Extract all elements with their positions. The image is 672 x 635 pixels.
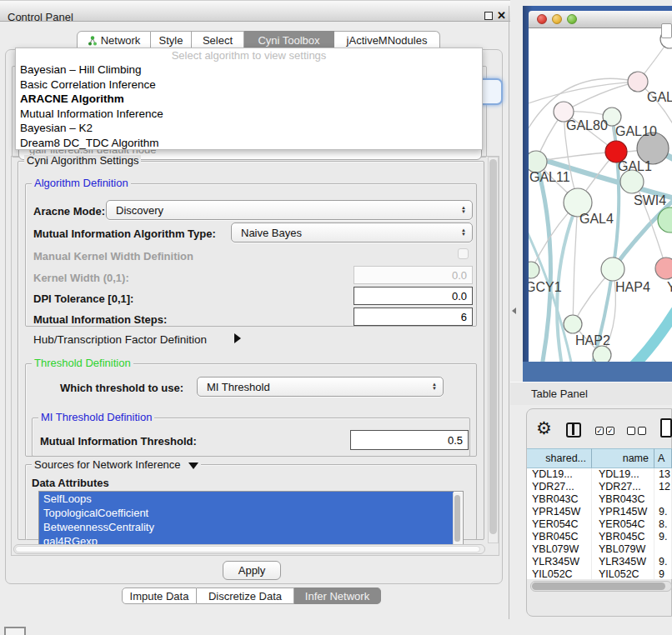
network-node-label: GAL11 (529, 170, 570, 184)
splitter-collapse-icon[interactable] (512, 308, 516, 314)
network-node-y[interactable] (655, 258, 672, 279)
dpi-tolerance-field[interactable]: 0.0 (354, 287, 473, 305)
settings-horizontal-scrollbar-thumb[interactable] (15, 546, 480, 552)
kernel-width-field[interactable]: 0.0 (354, 266, 473, 284)
unchecked-box-icon (638, 427, 646, 435)
column-header-name[interactable]: name (592, 448, 654, 468)
network-scrollbar-fragment[interactable] (661, 23, 672, 38)
page-icon[interactable] (660, 418, 672, 438)
close-traffic-light-icon[interactable] (537, 14, 547, 24)
table-row[interactable]: YBR043CYBR043C (527, 493, 672, 506)
table-horizontal-scrollbar[interactable] (530, 581, 672, 592)
dropdown-item-aracne-algorithm[interactable]: ARACNE Algorithm (16, 92, 482, 107)
kernel-width-label: Kernel Width (0,1): (33, 272, 129, 284)
attributes-list-scrollbar-thumb[interactable] (454, 495, 460, 542)
network-node-label: GAL80 (566, 118, 608, 132)
table-cell: YLR345W (592, 556, 654, 568)
table-row[interactable]: YPR145WYPR145W9. (527, 506, 672, 518)
zoom-traffic-light-icon[interactable] (567, 14, 577, 24)
table-row[interactable]: YER054CYER054C8. (527, 518, 672, 531)
bottom-tab-infer-network[interactable]: Infer Network (294, 588, 381, 604)
apply-button[interactable]: Apply (223, 561, 281, 580)
settings-vertical-scrollbar-thumb[interactable] (489, 159, 497, 534)
float-window-icon[interactable] (484, 12, 493, 20)
table-panel-header: Table Panel (510, 382, 672, 405)
network-node[interactable] (593, 346, 611, 362)
expand-arrow-icon[interactable] (234, 333, 241, 343)
attribute-item-betweennesscentrality[interactable]: BetweennessCentrality (39, 520, 454, 534)
tab-label: jActiveMNodules (347, 34, 428, 47)
table-cell: YDL19... (527, 468, 592, 481)
network-edge[interactable] (634, 312, 672, 362)
network-node-hap4[interactable] (601, 258, 624, 281)
table-cell: YBR045C (592, 531, 654, 543)
mi-steps-field[interactable]: 6 (354, 308, 473, 326)
table-cell: 9 (654, 568, 672, 579)
attributes-list-scrollbar[interactable] (453, 492, 462, 546)
network-edge[interactable] (573, 202, 578, 324)
attribute-item-topologicalcoefficient[interactable]: TopologicalCoefficient (39, 506, 454, 520)
network-edge[interactable] (612, 117, 619, 269)
threshold-definition-title: Threshold Definition (32, 358, 133, 369)
checked-box-icon: ✓ (595, 427, 604, 435)
table-horizontal-scrollbar-thumb[interactable] (532, 582, 665, 590)
cyni-algorithm-settings-title: Cyni Algorithm Settings (24, 155, 141, 167)
unchecked-box-icon (627, 427, 635, 435)
sources-title-text: Sources for Network Inference (34, 458, 181, 471)
clear-checkboxes-icon[interactable] (627, 427, 646, 435)
attribute-item-selfloops[interactable]: SelfLoops (39, 492, 454, 506)
table-row[interactable]: YIL052CYIL052C9 (527, 568, 672, 579)
network-edge[interactable] (536, 162, 550, 362)
aracne-mode-combo[interactable]: Discovery ▲▼ (106, 200, 473, 220)
column-header-a[interactable]: A (654, 448, 672, 468)
network-edge[interactable] (536, 152, 616, 162)
close-icon[interactable]: ✕ (497, 9, 506, 22)
table-cell: YIL052C (527, 568, 592, 579)
network-node-gal[interactable] (628, 72, 648, 92)
column-header-shared[interactable]: shared... (527, 448, 592, 468)
network-node-hap2[interactable] (564, 315, 582, 333)
collapse-arrow-icon[interactable] (188, 462, 198, 469)
network-node-label: GCY1 (529, 280, 562, 294)
table-row[interactable]: YBL079WYBL079W (527, 543, 672, 556)
network-edge[interactable] (564, 82, 638, 112)
bottom-tab-impute-data[interactable]: Impute Data (122, 588, 197, 604)
manual-kernel-label: Manual Kernel Width Definition (33, 250, 193, 262)
dropdown-item-bayesian-hill-climbing[interactable]: Bayesian – Hill Climbing (16, 62, 482, 78)
mi-threshold-field[interactable]: 0.5 (350, 430, 469, 450)
mi-type-combo[interactable]: Naive Bayes ▲▼ (231, 222, 473, 242)
gear-icon[interactable]: ⚙ (536, 419, 552, 437)
columns-icon[interactable] (566, 422, 581, 438)
table-cell: 9. (654, 531, 672, 543)
settings-horizontal-scrollbar[interactable] (13, 544, 485, 554)
table-row[interactable]: YLR345WYLR345W9. (527, 556, 672, 568)
aracne-mode-value: Discovery (116, 204, 163, 217)
manual-kernel-checkbox[interactable] (458, 248, 469, 259)
table-cell: 13 (654, 468, 672, 481)
network-canvas[interactable]: GALGAL80GAL10GAL1GAL11SWI4GAL4GCY1HAP4YH… (529, 28, 672, 362)
dropdown-item-dream8-dc-tdc-algorithm[interactable]: Dream8 DC_TDC Algorithm (16, 136, 482, 151)
select-all-checkboxes-icon[interactable]: ✓ ✓ (595, 427, 614, 435)
which-threshold-combo[interactable]: MI Threshold ▲▼ (197, 377, 444, 397)
network-node-label: GAL10 (615, 124, 657, 138)
network-node-label: GAL (647, 90, 672, 104)
sources-group-title: Sources for Network Inference (32, 459, 201, 471)
bottom-tab-discretize-data[interactable]: Discretize Data (197, 588, 294, 604)
dropdown-item-mutual-information-inference[interactable]: Mutual Information Inference (16, 107, 482, 122)
table-cell: YER054C (592, 518, 654, 531)
table-row[interactable]: YDL19...YDL19...13 (527, 468, 672, 481)
tab-label: Network (101, 34, 141, 47)
hub-definition-label: Hub/Transcription Factor Definition (33, 333, 207, 346)
data-attributes-list[interactable]: SelfLoopsTopologicalCoefficientBetweenne… (38, 491, 464, 547)
table-row[interactable]: YBR045CYBR045C9. (527, 531, 672, 543)
network-window-titlebar[interactable] (529, 11, 672, 28)
corner-button-fragment[interactable] (4, 627, 26, 635)
dropdown-placeholder: Select algorithm to view settings (16, 48, 482, 62)
dpi-tolerance-label: DPI Tolerance [0,1]: (33, 292, 133, 305)
minimize-traffic-light-icon[interactable] (552, 14, 562, 24)
dropdown-item-basic-correlation-inference[interactable]: Basic Correlation Inference (16, 78, 482, 92)
dropdown-item-bayesian-k2[interactable]: Bayesian – K2 (16, 121, 482, 136)
network-node-gcy1[interactable] (529, 262, 539, 278)
network-node-swi4[interactable] (620, 170, 644, 193)
table-row[interactable]: YDR27...YDR27...12 (527, 481, 672, 493)
